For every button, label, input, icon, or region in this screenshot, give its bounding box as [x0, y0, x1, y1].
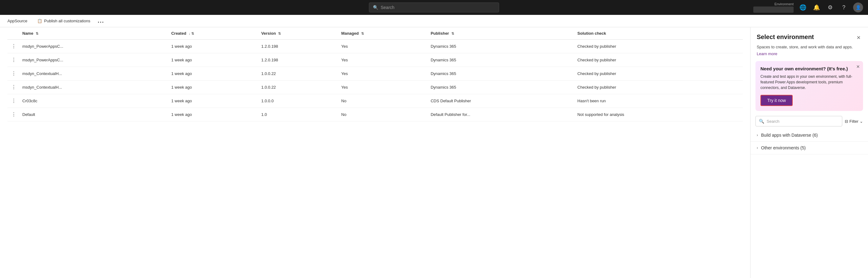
created-sort-icon: ↓ ⇅ [188, 32, 194, 35]
cell-managed-4: No [339, 94, 428, 108]
cell-version-1: 1.2.0.198 [259, 53, 339, 67]
col-managed-header[interactable]: Managed ⇅ [339, 27, 428, 40]
row-menu-4[interactable]: ⋮ [7, 94, 20, 108]
cell-managed-5: No [339, 108, 428, 122]
publish-button[interactable]: 📋 Publish all customizations [35, 18, 93, 25]
cell-solutioncheck-2: Checked by publisher [575, 67, 743, 81]
env-group-label-0: Build apps with Dataverse (6) [761, 133, 818, 137]
filter-label: Filter [849, 119, 858, 124]
environment-groups: › Build apps with Dataverse (6) › Other … [750, 126, 868, 278]
appsource-label: AppSource [7, 19, 27, 23]
topbar-right: Environment 🌐 🔔 ⚙ ? 👤 [753, 2, 863, 13]
name-sort-icon: ⇅ [36, 32, 38, 35]
secondary-toolbar: AppSource 📋 Publish all customizations .… [0, 15, 868, 27]
row-menu-0[interactable]: ⋮ [7, 40, 20, 53]
main-content: Name ⇅ Created ↓ ⇅ Version ⇅ Managed ⇅ [0, 27, 868, 278]
cell-publisher-3: Dynamics 365 [428, 81, 575, 94]
more-options-button[interactable]: ... [98, 18, 104, 24]
cell-name-5: Default [20, 108, 168, 122]
table-row[interactable]: ⋮ msdyn_PowerAppsC... 1 week ago 1.2.0.1… [7, 53, 743, 67]
cell-created-5: 1 week ago [168, 108, 258, 122]
cell-managed-0: Yes [339, 40, 428, 53]
env-label: Environment [774, 2, 794, 6]
env-value[interactable] [753, 6, 794, 13]
cell-version-5: 1.0 [259, 108, 339, 122]
table-row[interactable]: ⋮ msdyn_ContextualH... 1 week ago 1.0.0.… [7, 67, 743, 81]
cell-managed-3: Yes [339, 81, 428, 94]
bell-icon[interactable]: 🔔 [812, 3, 821, 12]
env-group-label-1: Other environments (5) [761, 145, 806, 150]
cell-version-0: 1.2.0.198 [259, 40, 339, 53]
row-menu-1[interactable]: ⋮ [7, 53, 20, 67]
publish-icon: 📋 [37, 19, 42, 23]
right-panel: Select environment ✕ Spaces to create, s… [750, 27, 868, 278]
topbar-search-box[interactable]: 🔍 [369, 2, 499, 12]
table-row[interactable]: ⋮ msdyn_ContextualH... 1 week ago 1.0.0.… [7, 81, 743, 94]
filter-icon: ⊟ [845, 119, 848, 124]
settings-icon[interactable]: ⚙ [826, 3, 835, 12]
cell-solutioncheck-5: Not supported for analysis [575, 108, 743, 122]
cell-publisher-2: Dynamics 365 [428, 67, 575, 81]
solutions-table: Name ⇅ Created ↓ ⇅ Version ⇅ Managed ⇅ [7, 27, 743, 122]
promo-text: Create and test apps in your own environ… [761, 74, 858, 91]
cell-name-4: Cr03c8c [20, 94, 168, 108]
cell-publisher-0: Dynamics 365 [428, 40, 575, 53]
filter-chevron-icon: ⌄ [860, 119, 863, 124]
cell-solutioncheck-4: Hasn't been run [575, 94, 743, 108]
chevron-right-icon: › [757, 146, 758, 150]
cell-version-2: 1.0.0.22 [259, 67, 339, 81]
try-it-now-button[interactable]: Try it now [761, 95, 793, 106]
appsource-button[interactable]: AppSource [5, 18, 30, 25]
cell-name-1: msdyn_PowerAppsC... [20, 53, 168, 67]
filter-button[interactable]: ⊟ Filter ⌄ [845, 119, 863, 124]
env-group-item-1[interactable]: › Other environments (5) [750, 142, 868, 154]
topbar: 🔍 Environment 🌐 🔔 ⚙ ? 👤 [0, 0, 868, 15]
col-name-header[interactable]: Name ⇅ [20, 27, 168, 40]
cell-managed-2: Yes [339, 67, 428, 81]
help-icon[interactable]: ? [839, 3, 848, 12]
table-row[interactable]: ⋮ msdyn_PowerAppsC... 1 week ago 1.2.0.1… [7, 40, 743, 53]
row-menu-3[interactable]: ⋮ [7, 81, 20, 94]
cell-publisher-5: Default Publisher for... [428, 108, 575, 122]
cell-created-2: 1 week ago [168, 67, 258, 81]
topbar-search-input[interactable] [381, 5, 495, 10]
cell-created-1: 1 week ago [168, 53, 258, 67]
panel-learn-more: Learn more [750, 50, 868, 56]
panel-search-input[interactable] [767, 119, 839, 124]
chevron-right-icon: › [757, 133, 758, 137]
promo-card: ✕ Need your own environment? (It's free.… [755, 61, 863, 111]
col-solutioncheck-header: Solution check [575, 27, 743, 40]
col-version-header[interactable]: Version ⇅ [259, 27, 339, 40]
cell-managed-1: Yes [339, 53, 428, 67]
table-row[interactable]: ⋮ Cr03c8c 1 week ago 1.0.0.0 No CDS Defa… [7, 94, 743, 108]
row-menu-5[interactable]: ⋮ [7, 108, 20, 122]
search-icon: 🔍 [373, 5, 378, 10]
col-publisher-header[interactable]: Publisher ⇅ [428, 27, 575, 40]
cell-solutioncheck-3: Checked by publisher [575, 81, 743, 94]
panel-close-button[interactable]: ✕ [855, 33, 862, 42]
managed-sort-icon: ⇅ [361, 32, 364, 35]
avatar[interactable]: 👤 [853, 2, 863, 12]
cell-solutioncheck-1: Checked by publisher [575, 53, 743, 67]
promo-title: Need your own environment? (It's free.) [761, 66, 858, 71]
cell-created-4: 1 week ago [168, 94, 258, 108]
cell-publisher-1: Dynamics 365 [428, 53, 575, 67]
promo-card-close-button[interactable]: ✕ [856, 64, 860, 69]
cell-created-3: 1 week ago [168, 81, 258, 94]
learn-more-link[interactable]: Learn more [757, 52, 777, 56]
env-group-item-0[interactable]: › Build apps with Dataverse (6) [750, 129, 868, 142]
panel-subtitle: Spaces to create, store, and work with d… [750, 42, 868, 50]
row-menu-2[interactable]: ⋮ [7, 67, 20, 81]
globe-icon[interactable]: 🌐 [799, 3, 807, 12]
version-sort-icon: ⇅ [278, 32, 281, 35]
publish-label: Publish all customizations [44, 19, 90, 23]
panel-title: Select environment [757, 33, 814, 40]
panel-search-box[interactable]: 🔍 [755, 116, 842, 126]
col-created-header[interactable]: Created ↓ ⇅ [168, 27, 258, 40]
cell-created-0: 1 week ago [168, 40, 258, 53]
cell-publisher-4: CDS Default Publisher [428, 94, 575, 108]
table-row[interactable]: ⋮ Default 1 week ago 1.0 No Default Publ… [7, 108, 743, 122]
panel-search-row: 🔍 ⊟ Filter ⌄ [755, 116, 863, 126]
environment-selector[interactable]: Environment [753, 2, 794, 13]
col-menu-header [7, 27, 20, 40]
